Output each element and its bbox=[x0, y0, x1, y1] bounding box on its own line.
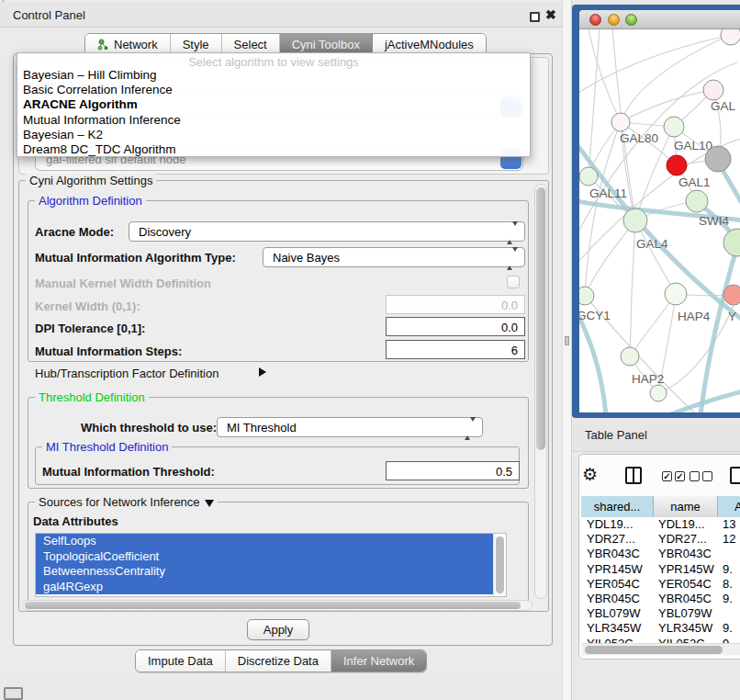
column-header[interactable]: A bbox=[718, 496, 740, 517]
network-node-gal11[interactable] bbox=[579, 167, 598, 186]
table-cell: YIL052C bbox=[581, 637, 654, 644]
column-header[interactable]: name bbox=[654, 496, 718, 517]
node-label: GAL10 bbox=[674, 139, 712, 152]
select-all-check-icon[interactable]: ✓ bbox=[662, 471, 672, 481]
network-node-gal4[interactable] bbox=[623, 209, 647, 232]
hub-definition-label[interactable]: Hub/Transcription Factor Definition bbox=[35, 367, 219, 380]
panel-splitter[interactable] bbox=[562, 0, 572, 700]
network-node-hap2[interactable] bbox=[621, 347, 639, 366]
table-row[interactable]: YER054CYER054C8. bbox=[581, 577, 740, 592]
table-cell: YBL079W bbox=[654, 606, 718, 621]
settings-horizontal-scrollbar[interactable] bbox=[22, 600, 533, 611]
table-row[interactable]: YPR145WYPR145W9. bbox=[581, 562, 740, 577]
mi-type-label: Mutual Information Algorithm Type: bbox=[35, 251, 236, 265]
network-node-y[interactable] bbox=[723, 285, 740, 305]
table-row[interactable]: YLR345WYLR345W9. bbox=[581, 621, 740, 636]
deselect-all-icon[interactable] bbox=[702, 471, 712, 481]
network-node-gal1[interactable] bbox=[667, 155, 687, 175]
attribute-item[interactable]: gal4RGexp bbox=[36, 580, 493, 595]
tab-label: Discretize Data bbox=[238, 654, 319, 668]
network-node-gal80[interactable] bbox=[611, 113, 630, 131]
table-cell bbox=[718, 547, 740, 561]
network-edge bbox=[585, 220, 635, 296]
mi-steps-field[interactable]: 6 bbox=[386, 340, 525, 359]
combobox-arrows-icon bbox=[507, 226, 518, 240]
attribute-item[interactable]: BetweennessCentrality bbox=[36, 564, 493, 580]
table-cell: YBR043C bbox=[581, 547, 654, 561]
algorithm-option[interactable]: Basic Correlation Inference bbox=[17, 83, 530, 97]
settings-vertical-scrollbar[interactable] bbox=[534, 184, 547, 599]
table-row[interactable]: YBL079WYBL079W bbox=[581, 606, 740, 621]
network-canvas[interactable]: GALGAL80GAL10GAL1GAL11SWI4GAL4GCY1HAP4YH… bbox=[579, 29, 740, 412]
table-row[interactable]: YIL052CYIL052C9. bbox=[581, 637, 740, 644]
network-node-gal10[interactable] bbox=[664, 117, 684, 137]
manual-kernel-label: Manual Kernel Width Definition bbox=[35, 277, 211, 290]
attribute-item[interactable]: SelfLoops bbox=[36, 534, 493, 549]
algorithm-option[interactable]: Mutual Information Inference bbox=[17, 113, 530, 128]
data-attributes-list[interactable]: SelfLoopsTopologicalCoefficientBetweenne… bbox=[35, 533, 507, 597]
kernel-width-field[interactable]: 0.0 bbox=[386, 295, 525, 314]
algorithm-option[interactable]: Bayesian – Hill Climbing bbox=[17, 68, 530, 83]
tab-label: Cyni Toolbox bbox=[292, 38, 360, 51]
table-horizontal-scrollbar[interactable] bbox=[582, 643, 740, 655]
network-node[interactable] bbox=[723, 229, 740, 256]
manual-kernel-checkbox[interactable] bbox=[507, 276, 520, 288]
algorithm-options: Bayesian – Hill ClimbingBasic Correlatio… bbox=[17, 68, 530, 157]
gear-icon[interactable]: ⚙ bbox=[582, 464, 598, 485]
splitter-grip-icon[interactable] bbox=[565, 336, 569, 345]
aracne-mode-combobox[interactable]: Discovery bbox=[129, 221, 525, 242]
table-cell: YLR345W bbox=[654, 621, 718, 636]
network-node-gal[interactable] bbox=[703, 80, 723, 100]
table-cell: YPR145W bbox=[654, 562, 718, 577]
table-options-icon[interactable] bbox=[730, 467, 740, 484]
select-all-check-icon[interactable]: ✓ bbox=[675, 471, 685, 481]
which-threshold-label: Which threshold to use: bbox=[81, 421, 217, 435]
apply-button[interactable]: Apply bbox=[247, 619, 309, 640]
table-cell: YDL19... bbox=[654, 517, 718, 532]
threshold-definition-title: Threshold Definition bbox=[35, 390, 149, 404]
close-panel-icon[interactable]: ✖ bbox=[545, 7, 556, 22]
tab-discretize-data[interactable]: Discretize Data bbox=[226, 650, 331, 672]
float-panel-icon[interactable] bbox=[530, 12, 540, 22]
collapse-arrow-icon[interactable] bbox=[205, 500, 214, 507]
table-header: shared...nameA bbox=[581, 496, 740, 517]
table-row[interactable]: YDL19...YDL19...13 bbox=[581, 517, 740, 532]
mi-threshold-field[interactable]: 0.5 bbox=[386, 461, 520, 480]
minimize-window-icon[interactable] bbox=[608, 14, 620, 26]
split-view-icon[interactable] bbox=[625, 467, 642, 484]
network-window: GALGAL80GAL10GAL1GAL11SWI4GAL4GCY1HAP4YH… bbox=[579, 10, 740, 412]
network-node[interactable] bbox=[705, 146, 731, 172]
network-node-gcy1[interactable] bbox=[579, 287, 594, 305]
network-node-hap4[interactable] bbox=[665, 283, 687, 305]
table-cell: 9. bbox=[718, 592, 740, 606]
table-row[interactable]: YBR045CYBR045C9. bbox=[581, 592, 740, 606]
attributes-scrollbar[interactable] bbox=[493, 535, 505, 596]
maximize-window-icon[interactable] bbox=[625, 14, 637, 26]
which-threshold-combobox[interactable]: MI Threshold bbox=[217, 417, 483, 437]
table-row[interactable]: YBR043CYBR043C bbox=[581, 547, 740, 561]
table-cell: 9. bbox=[718, 621, 740, 636]
algorithm-option[interactable]: Bayesian – K2 bbox=[17, 128, 530, 142]
network-edge bbox=[630, 220, 635, 356]
tab-impute-data[interactable]: Impute Data bbox=[136, 650, 226, 672]
network-window-titlebar[interactable] bbox=[579, 10, 740, 29]
table-row[interactable]: YDR27...YDR27...12 bbox=[581, 532, 740, 547]
expand-arrow-icon[interactable] bbox=[259, 367, 266, 377]
network-node-swi4[interactable] bbox=[686, 190, 708, 212]
column-header[interactable]: shared... bbox=[581, 496, 654, 517]
close-window-icon[interactable] bbox=[589, 14, 601, 26]
table-cell: YER054C bbox=[654, 577, 718, 592]
mi-type-combobox[interactable]: Naive Bayes bbox=[263, 247, 525, 267]
tab-infer-network[interactable]: Infer Network bbox=[331, 650, 426, 672]
dpi-tolerance-field[interactable]: 0.0 bbox=[386, 317, 525, 336]
network-node[interactable] bbox=[650, 385, 667, 401]
algorithm-option[interactable]: Dream8 DC_TDC Algorithm bbox=[17, 142, 530, 157]
network-view-frame: GALGAL80GAL10GAL1GAL11SWI4GAL4GCY1HAP4YH… bbox=[572, 5, 740, 418]
network-node[interactable] bbox=[721, 29, 740, 45]
deselect-all-icon[interactable] bbox=[690, 471, 700, 481]
table-cell: YBR045C bbox=[581, 592, 654, 606]
table-cell: YBR045C bbox=[654, 592, 718, 606]
algorithm-option[interactable]: ARACNE Algorithm bbox=[17, 97, 530, 112]
attribute-item[interactable]: TopologicalCoefficient bbox=[36, 549, 493, 565]
minimized-panel-icon[interactable] bbox=[4, 687, 23, 700]
